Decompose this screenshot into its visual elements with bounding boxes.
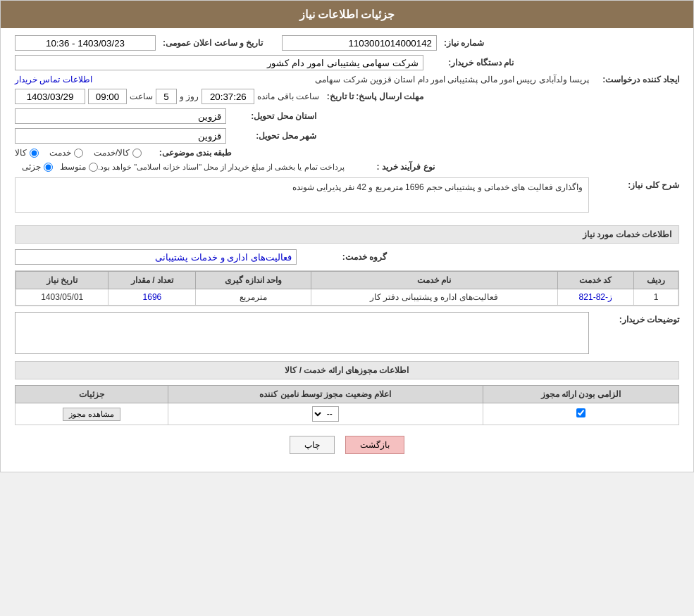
province-input[interactable] [15, 108, 226, 124]
licenses-table-wrapper: الزامی بودن ارائه مجوز اعلام وضعیت مجوز … [15, 385, 679, 425]
label-mutawaset: متوسط [60, 162, 86, 172]
label-kala-khadamat: کالا/خدمت [94, 148, 130, 158]
page-title: جزئیات اطلاعات نیاز [1, 1, 693, 28]
license-status-select[interactable]: -- [312, 406, 339, 422]
label-jozi: جزئی [22, 162, 41, 172]
radio-mutawaset[interactable] [89, 163, 98, 172]
services-table-wrapper: ردیف کد خدمت نام خدمت واحد اندازه گیری ت… [15, 270, 679, 306]
buyer-notes-label: توضیحات خریدار: [595, 312, 679, 325]
province-label: استان محل تحویل: [232, 111, 316, 121]
creator-value: پریسا ولد‌آبادی رییس امور مالی پشتیبانی … [94, 75, 589, 84]
buyer-org-row: نام دستگاه خریدار: [15, 55, 679, 70]
reply-deadline-label: مهلت ارسال پاسخ: تا تاریخ: [325, 92, 423, 101]
service-group-label: گروه خدمت: [302, 252, 387, 262]
td-qty: 1696 [109, 289, 196, 306]
purchase-radio-group: متوسط جزئی [22, 162, 98, 172]
reply-deadline-row: مهلت ارسال پاسخ: تا تاریخ: ساعت باقی مان… [15, 89, 679, 104]
services-section-title: اطلاعات خدمات مورد نیاز [15, 225, 679, 244]
td-unit: مترمربع [196, 289, 311, 306]
th-license-status: اعلام وضعیت مجوز توسط نامین کننده [168, 386, 483, 403]
buyer-notes-textarea[interactable] [15, 312, 589, 354]
radio-kala[interactable] [30, 149, 39, 158]
radio-jozi[interactable] [44, 163, 53, 172]
buyer-org-input[interactable] [15, 55, 423, 70]
table-row: 1 ز-82-821 فعالیت‌های اداره و پشتیبانی د… [16, 289, 678, 306]
contact-link[interactable]: اطلاعات تماس خریدار [15, 75, 92, 84]
td-date: 1403/05/01 [16, 289, 109, 306]
buyer-notes-row: توضیحات خریدار: [15, 312, 679, 354]
view-license-button[interactable]: مشاهده مجوز [63, 408, 120, 421]
th-row: ردیف [634, 272, 678, 289]
license-status-cell: -- [168, 403, 483, 425]
license-row: -- مشاهده مجوز [16, 403, 679, 425]
licenses-table: الزامی بودن ارائه مجوز اعلام وضعیت مجوز … [15, 385, 679, 425]
general-desc-label: شرح کلی نیاز: [595, 177, 679, 190]
province-row: استان محل تحویل: [15, 108, 679, 124]
td-row-num: 1 [634, 289, 678, 306]
td-code: ز-82-821 [557, 289, 634, 306]
label-kala: کالا [15, 148, 27, 158]
bottom-buttons: بازگشت چاپ [15, 436, 679, 454]
announce-datetime-input[interactable] [15, 35, 156, 51]
purchase-note: پرداخت تمام یا بخشی از مبلغ خریدار از مح… [98, 163, 345, 172]
city-input[interactable] [15, 128, 226, 144]
radio-kala-khadamat[interactable] [132, 149, 142, 158]
th-qty: تعداد / مقدار [109, 272, 196, 289]
back-button[interactable]: بازگشت [345, 436, 404, 454]
td-name: فعالیت‌های اداره و پشتیبانی دفتر کار [311, 289, 557, 306]
reply-remaining-label: ساعت باقی مانده [257, 92, 319, 101]
th-unit: واحد اندازه گیری [196, 272, 311, 289]
general-desc-box: واگذاری فعالیت های خدماتی و پشتیبانی حجم… [15, 177, 589, 213]
license-details-cell: مشاهده مجوز [16, 403, 168, 425]
reply-day-label: روز و [180, 92, 199, 101]
license-required-cell [483, 403, 678, 425]
category-radio-group: کالا/خدمت خدمت کالا [15, 148, 142, 158]
city-label: شهر محل تحویل: [232, 131, 316, 141]
buyer-org-label: نام دستگاه خریدار: [429, 58, 514, 68]
purchase-type-label: نوع فرآیند خرید : [350, 162, 435, 172]
reply-time-label: ساعت [130, 92, 153, 101]
announce-label: تاریخ و ساعت اعلان عمومی: [163, 38, 263, 48]
general-desc-value: واگذاری فعالیت های خدماتی و پشتیبانی حجم… [292, 182, 583, 192]
licenses-section-title: اطلاعات مجوزهای ارائه خدمت / کالا [15, 361, 679, 379]
th-code: کد خدمت [557, 272, 634, 289]
reply-remaining-input[interactable] [202, 89, 254, 104]
service-group-input[interactable] [15, 249, 297, 265]
general-desc-row: شرح کلی نیاز: واگذاری فعالیت های خدماتی … [15, 177, 679, 218]
radio-khadamat[interactable] [74, 149, 83, 158]
category-row: طبقه بندی موضوعی: کالا/خدمت خدمت کالا [15, 148, 679, 158]
purchase-type-row: نوع فرآیند خرید : پرداخت تمام یا بخشی از… [15, 162, 679, 172]
th-name: نام خدمت [311, 272, 557, 289]
service-group-row: گروه خدمت: [15, 249, 679, 265]
label-khadamat: خدمت [49, 148, 71, 158]
top-info-row: شماره نیاز: تاریخ و ساعت اعلان عمومی: [15, 35, 679, 51]
city-row: شهر محل تحویل: [15, 128, 679, 144]
reply-days-input[interactable] [156, 89, 177, 104]
th-date: تاریخ نیاز [16, 272, 109, 289]
th-license-required: الزامی بودن ارائه مجوز [483, 386, 678, 403]
reply-time-input[interactable] [88, 89, 127, 104]
need-number-label: شماره نیاز: [444, 38, 484, 48]
license-required-checkbox[interactable] [576, 408, 585, 417]
creator-label: ایجاد کننده درخواست: [595, 75, 679, 84]
need-number-input[interactable] [282, 35, 437, 51]
reply-date-input[interactable] [15, 89, 85, 104]
th-license-details: جزئیات [16, 386, 168, 403]
print-button[interactable]: چاپ [290, 436, 335, 454]
services-table: ردیف کد خدمت نام خدمت واحد اندازه گیری ت… [16, 271, 678, 306]
creator-row: ایجاد کننده درخواست: پریسا ولد‌آبادی ریی… [15, 75, 679, 84]
category-label: طبقه بندی موضوعی: [147, 148, 232, 158]
